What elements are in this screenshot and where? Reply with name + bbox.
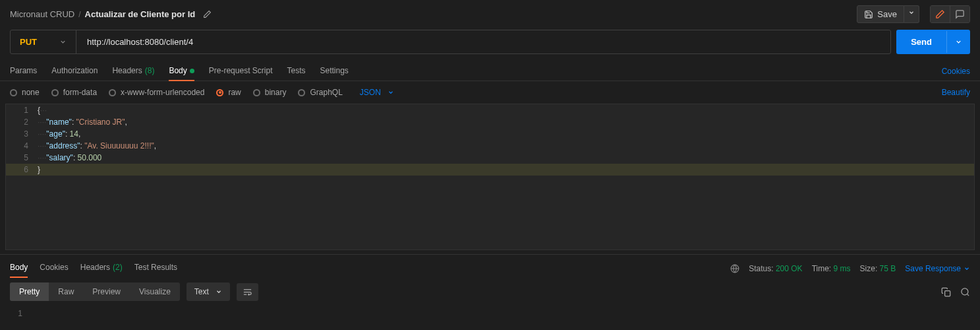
radio-icon xyxy=(51,89,59,96)
send-dropdown[interactable] xyxy=(946,31,970,53)
save-response-label: Save Response xyxy=(905,264,961,273)
chevron-down-icon xyxy=(955,38,962,46)
body-modified-dot-icon xyxy=(190,69,194,73)
body-type-form-data[interactable]: form-data xyxy=(51,88,97,97)
tab-tests[interactable]: Tests xyxy=(287,62,305,81)
edit-icon[interactable] xyxy=(203,10,212,18)
code-line: } xyxy=(38,164,974,176)
body-format-value: JSON xyxy=(360,88,381,97)
breadcrumb-collection[interactable]: Micronaut CRUD xyxy=(10,9,74,19)
chevron-down-icon xyxy=(964,265,970,272)
chevron-down-icon xyxy=(59,38,67,46)
body-type-raw[interactable]: raw xyxy=(216,88,241,97)
save-button[interactable]: Save xyxy=(857,5,904,23)
tab-headers-label: Headers xyxy=(112,66,142,75)
send-button[interactable]: Send xyxy=(896,30,946,54)
svg-rect-4 xyxy=(945,290,950,296)
radio-icon xyxy=(109,89,116,96)
http-method-select[interactable]: PUT xyxy=(11,30,76,53)
body-type-binary[interactable]: binary xyxy=(253,88,287,97)
save-label: Save xyxy=(877,9,897,19)
tab-prerequest[interactable]: Pre-request Script xyxy=(209,62,273,81)
body-type-form-data-label: form-data xyxy=(63,88,97,97)
response-tab-body[interactable]: Body xyxy=(10,260,28,277)
response-tab-headers[interactable]: Headers (2) xyxy=(80,260,123,277)
http-method-value: PUT xyxy=(20,37,37,47)
save-response-button[interactable]: Save Response xyxy=(905,264,970,273)
body-type-raw-label: raw xyxy=(228,88,241,97)
body-type-none-label: none xyxy=(22,88,40,97)
tab-body-label: Body xyxy=(169,66,187,75)
tab-params[interactable]: Params xyxy=(10,62,37,81)
tab-headers[interactable]: Headers (8) xyxy=(112,62,154,81)
response-format-value: Text xyxy=(194,287,209,296)
copy-icon xyxy=(941,287,951,297)
radio-icon xyxy=(298,89,305,96)
wrap-lines-button[interactable] xyxy=(237,283,258,301)
response-tab-test-results[interactable]: Test Results xyxy=(134,260,177,277)
tab-body[interactable]: Body xyxy=(169,62,194,81)
line-number: 1 xyxy=(0,309,32,318)
code-line: ····"salary": 50.000 xyxy=(38,152,974,164)
wrap-icon xyxy=(243,287,252,297)
line-number: 4 xyxy=(6,140,38,152)
line-number: 2 xyxy=(6,116,38,128)
search-icon xyxy=(960,287,970,297)
body-type-none[interactable]: none xyxy=(10,88,40,97)
breadcrumb: Micronaut CRUD / Actualizar de Cliente p… xyxy=(10,9,212,19)
view-mode-pretty[interactable]: Pretty xyxy=(10,282,49,301)
save-icon xyxy=(864,10,873,19)
radio-icon xyxy=(10,89,17,96)
size-label: Size: xyxy=(860,264,878,273)
radio-icon xyxy=(216,89,223,96)
response-tab-headers-count: (2) xyxy=(113,263,123,272)
comments-icon-button[interactable] xyxy=(950,6,969,22)
breadcrumb-request-name[interactable]: Actualizar de Cliente por Id xyxy=(85,9,196,19)
body-type-binary-label: binary xyxy=(265,88,287,97)
radio-icon xyxy=(253,89,260,96)
tab-authorization[interactable]: Authorization xyxy=(51,62,98,81)
chevron-down-icon xyxy=(908,9,915,16)
view-mode-raw[interactable]: Raw xyxy=(49,282,83,301)
response-body-editor[interactable]: 1 xyxy=(0,306,980,321)
time-label: Time: xyxy=(812,264,832,273)
network-icon[interactable] xyxy=(730,264,739,273)
response-tab-headers-label: Headers xyxy=(80,263,110,272)
body-type-graphql[interactable]: GraphQL xyxy=(298,88,342,97)
body-format-select[interactable]: JSON xyxy=(360,88,394,97)
body-type-urlencoded[interactable]: x-www-form-urlencoded xyxy=(109,88,204,97)
tab-headers-count: (8) xyxy=(145,66,155,75)
code-line: ····"address": "Av. Siuuuuuuu 2!!!", xyxy=(38,140,974,152)
body-type-graphql-label: GraphQL xyxy=(310,88,342,97)
pencil-icon xyxy=(935,9,945,19)
time-value: 9 ms xyxy=(834,264,851,273)
comment-icon xyxy=(955,9,965,19)
save-dropdown[interactable] xyxy=(904,5,919,23)
search-response-button[interactable] xyxy=(960,287,970,297)
size-value: 75 B xyxy=(880,264,896,273)
line-number: 6 xyxy=(6,164,38,176)
code-line: {··· xyxy=(38,104,974,116)
copy-response-button[interactable] xyxy=(941,287,951,297)
code-line: ····"name": "Cristiano JR", xyxy=(38,116,974,128)
response-format-select[interactable]: Text xyxy=(187,282,230,301)
url-input[interactable] xyxy=(76,30,890,53)
status-label: Status: xyxy=(749,264,773,273)
svg-line-6 xyxy=(967,294,969,296)
response-tab-cookies[interactable]: Cookies xyxy=(40,260,68,277)
chevron-down-icon xyxy=(388,89,394,96)
documentation-icon-button[interactable] xyxy=(931,6,950,22)
code-line: ····"age": 14, xyxy=(38,128,974,140)
line-number: 5 xyxy=(6,152,38,164)
beautify-link[interactable]: Beautify xyxy=(942,88,970,97)
line-number: 3 xyxy=(6,128,38,140)
view-mode-preview[interactable]: Preview xyxy=(83,282,130,301)
tab-settings[interactable]: Settings xyxy=(320,62,349,81)
request-body-editor[interactable]: 1{···2····"name": "Cristiano JR",3····"a… xyxy=(5,104,975,250)
svg-point-5 xyxy=(962,288,968,294)
view-mode-visualize[interactable]: Visualize xyxy=(130,282,180,301)
cookies-link[interactable]: Cookies xyxy=(942,67,970,76)
breadcrumb-separator: / xyxy=(78,10,80,19)
body-type-urlencoded-label: x-www-form-urlencoded xyxy=(121,88,204,97)
chevron-down-icon xyxy=(216,288,222,295)
